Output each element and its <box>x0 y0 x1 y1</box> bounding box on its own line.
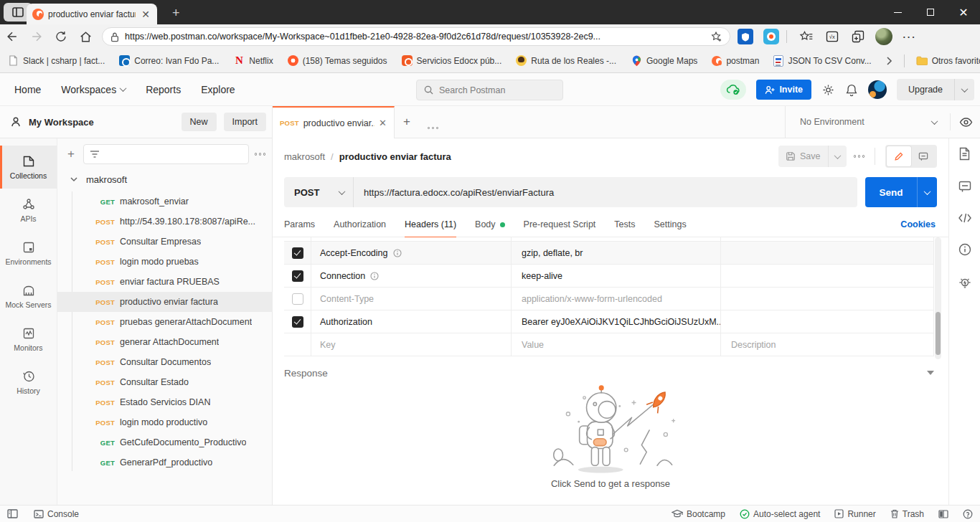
bootcamp-button[interactable]: Bootcamp <box>672 509 725 519</box>
cookies-link[interactable]: Cookies <box>900 219 936 229</box>
header-row-connection[interactable]: Connection keep-alive <box>284 265 934 288</box>
bookmark-netflix[interactable]: NNetflix <box>233 55 273 67</box>
new-button[interactable]: New <box>182 113 217 131</box>
bookmark-slack[interactable]: Slack | csharp | fact... <box>7 55 105 67</box>
adblock-extension-icon[interactable] <box>735 27 756 47</box>
sidebar-item-collections[interactable]: Collections <box>0 146 57 189</box>
new-tab-button[interactable]: + <box>166 4 186 22</box>
toggle-sidebar-button[interactable] <box>7 509 18 518</box>
tab-settings[interactable]: Settings <box>654 212 687 237</box>
request-item[interactable]: POSTpruebas generarAttachDocument <box>57 312 273 332</box>
upgrade-dropdown[interactable] <box>955 79 974 100</box>
tab-body[interactable]: Body <box>475 212 505 237</box>
breadcrumb-collection[interactable]: makrosoft <box>284 151 325 162</box>
comment-mode-button[interactable] <box>911 146 936 166</box>
help-icon[interactable] <box>963 509 973 519</box>
save-dropdown-chevron[interactable] <box>829 146 847 167</box>
request-item[interactable]: POSTConsultar Estado <box>57 372 273 392</box>
request-item[interactable]: GETGenerarPdf_productivo <box>57 452 273 473</box>
minimize-button[interactable] <box>881 0 914 24</box>
recorder-extension-icon[interactable] <box>760 27 782 47</box>
forward-button[interactable] <box>24 26 49 47</box>
tab-close-icon[interactable]: ✕ <box>140 9 151 19</box>
request-item[interactable]: POSTlogin modo pruebas <box>57 252 273 272</box>
request-item[interactable]: POSTConsultar Documentos <box>57 352 273 372</box>
sidebar-item-monitors[interactable]: Monitors <box>0 318 57 361</box>
tab-params[interactable]: Params <box>284 212 315 237</box>
request-item[interactable]: POSTenviar factura PRUEBAS <box>57 272 273 292</box>
tab-tests[interactable]: Tests <box>614 212 635 237</box>
bookmarks-overflow-chevron[interactable] <box>886 57 892 65</box>
request-item[interactable]: GETGetCufeDocumento_Productivo <box>57 432 273 452</box>
checkbox-checked[interactable] <box>292 316 303 328</box>
sidebar-item-history[interactable]: History <box>0 361 57 404</box>
tab-headers[interactable]: Headers (11) <box>405 212 456 237</box>
code-snippet-icon[interactable] <box>958 213 972 223</box>
send-dropdown-chevron[interactable] <box>917 177 937 207</box>
nav-reports[interactable]: Reports <box>146 84 181 95</box>
refresh-button[interactable] <box>49 26 73 47</box>
comments-icon[interactable] <box>958 181 971 193</box>
workspace-title[interactable]: My Workspace <box>29 117 174 128</box>
bookmark-outlook[interactable]: Correo: Ivan Fdo Pa... <box>119 55 219 66</box>
collection-root[interactable]: makrosoft <box>57 170 273 189</box>
filter-collections-input[interactable] <box>83 144 249 164</box>
value-placeholder[interactable]: Value <box>522 340 544 350</box>
header-row-authorization[interactable]: Authorization Bearer eyJ0eXAiOiJKV1QiLCJ… <box>284 310 934 333</box>
sidebar-item-mock-servers[interactable]: Mock Servers <box>0 275 57 318</box>
key-placeholder[interactable]: Key <box>320 340 336 350</box>
postman-profile-avatar[interactable] <box>868 80 887 99</box>
documentation-icon[interactable] <box>958 147 971 161</box>
address-bar[interactable]: https://web.postman.co/workspace/My-Work… <box>102 27 730 46</box>
header-row-content-type[interactable]: Content-Type application/x-www-form-urle… <box>284 288 934 310</box>
sidebar-item-environments[interactable]: Environments <box>0 232 57 275</box>
response-collapse-icon[interactable] <box>927 371 934 375</box>
maximize-button[interactable] <box>914 0 947 24</box>
settings-gear-icon[interactable] <box>821 83 835 97</box>
invite-button[interactable]: Invite <box>756 80 811 100</box>
runner-button[interactable]: Runner <box>834 509 875 519</box>
bookmark-postman[interactable]: postman <box>712 56 759 66</box>
request-url-input[interactable]: https://factura.edocx.co/apiRest/enviarF… <box>354 177 857 207</box>
collections-browser-icon[interactable] <box>847 27 869 47</box>
request-more-options-button[interactable] <box>854 155 865 158</box>
request-item[interactable]: POSTlogin modo productivo <box>57 412 273 432</box>
upgrade-button[interactable]: Upgrade <box>897 79 974 100</box>
breadcrumb-request-name[interactable]: productivo enviar factura <box>339 151 451 162</box>
request-item[interactable]: GETmakrosoft_enviar <box>57 191 273 212</box>
collection-options-button[interactable] <box>255 153 266 156</box>
checkbox-unchecked[interactable] <box>292 293 303 305</box>
home-button[interactable] <box>73 26 98 47</box>
edit-mode-button[interactable] <box>887 146 911 166</box>
method-selector[interactable]: POST <box>284 177 354 207</box>
bookmark-google-maps[interactable]: Google Maps <box>631 55 697 67</box>
scrollbar-thumb[interactable] <box>936 312 941 355</box>
environment-quick-look-icon[interactable] <box>959 117 973 128</box>
browser-profile-avatar[interactable] <box>873 27 895 47</box>
notifications-bell-icon[interactable] <box>845 83 858 97</box>
bookmark-ruta[interactable]: Ruta de los Reales -... <box>516 55 616 66</box>
info-icon[interactable] <box>958 243 971 256</box>
tab-pre-request-script[interactable]: Pre-request Script <box>524 212 596 237</box>
checkbox-checked[interactable] <box>292 270 303 282</box>
table-scrollbar[interactable] <box>935 237 941 359</box>
environment-selector[interactable]: No Environment <box>785 106 980 138</box>
nav-explore[interactable]: Explore <box>201 84 235 95</box>
split-pane-icon[interactable] <box>938 510 948 518</box>
add-favorite-icon[interactable] <box>710 30 722 43</box>
trash-button[interactable]: Trash <box>890 509 924 519</box>
header-row-accept-encoding[interactable]: Accept-Encoding gzip, deflate, br <box>284 242 934 265</box>
save-button[interactable]: Save <box>778 146 847 167</box>
checkbox-checked[interactable] <box>292 247 303 259</box>
bookmark-temas[interactable]: (158) Temas seguidos <box>288 55 387 66</box>
request-item[interactable]: POSTgenerar AttachDocument <box>57 332 273 352</box>
request-tab-active[interactable]: POST productivo enviar... ✕ <box>273 106 395 138</box>
math-solver-icon[interactable]: √x <box>821 27 843 47</box>
auto-select-agent-button[interactable]: Auto-select agent <box>740 509 820 519</box>
sync-status-icon[interactable] <box>720 80 746 100</box>
request-item[interactable]: POSThttp://54.39.180.178:8087/apiRe... <box>57 212 273 232</box>
send-button[interactable]: Send <box>865 177 937 207</box>
add-request-tab-button[interactable]: + <box>395 115 419 138</box>
nav-home[interactable]: Home <box>14 84 41 95</box>
new-collection-button[interactable]: + <box>65 147 77 161</box>
